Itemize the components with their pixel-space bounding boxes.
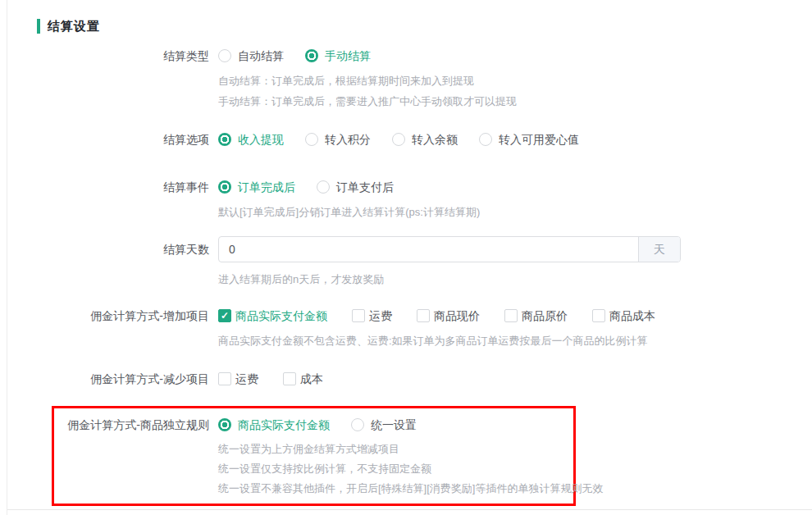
- option-label: 统一设置: [371, 417, 417, 433]
- option-label: 商品实际支付金额: [235, 308, 327, 324]
- radio-settlement-type-0[interactable]: 自动结算: [218, 48, 284, 64]
- radio-settlement-option-2[interactable]: 转入余额: [392, 131, 458, 148]
- radio-icon: [305, 49, 318, 62]
- option-label: 订单完成后: [238, 179, 295, 195]
- radio-icon: [218, 180, 231, 194]
- checkbox-icon: [218, 372, 231, 385]
- radio-icon: [479, 133, 492, 146]
- option-label: 商品成本: [609, 308, 655, 324]
- help-text: 手动结算：订单完成后，需要进入推广中心手动领取才可以提现: [218, 91, 812, 112]
- option-label: 订单支付后: [336, 179, 394, 195]
- radio-icon: [351, 418, 364, 431]
- option-label: 运费: [235, 371, 258, 387]
- commission-subtract-items-label: 佣金计算方式-减少项目: [0, 371, 209, 387]
- option-label: 自动结算: [238, 48, 284, 64]
- form-row-settlement-days: 结算天数天: [0, 236, 812, 262]
- radio-icon: [317, 180, 330, 194]
- radio-settlement-option-1[interactable]: 转入积分: [305, 131, 371, 148]
- row-group-commission-subtract-items: 佣金计算方式-减少项目运费成本: [0, 371, 812, 387]
- bottom-divider: [7, 509, 812, 510]
- help-text: 统一设置仅支持按比例计算，不支持固定金额: [218, 459, 573, 479]
- option-label: 商品实际支付金额: [238, 417, 330, 433]
- radio-settlement-event-1[interactable]: 订单支付后: [317, 179, 394, 195]
- commission-product-rule-help: 统一设置为上方佣金结算方式增减项目统一设置仅支持按比例计算，不支持固定金额统一设…: [218, 440, 573, 499]
- form-row-commission-add-items: 佣金计算方式-增加项目✓商品实际支付金额运费商品现价商品原价商品成本: [0, 308, 812, 324]
- settlement-event-controls: 订单完成后订单支付后: [218, 179, 394, 195]
- settlement-days-unit-suffix: 天: [638, 237, 680, 262]
- option-label: 收入提现: [238, 131, 284, 148]
- row-group-settlement-type: 结算类型自动结算手动结算自动结算：订单完成后，根据结算期时间来加入到提现手动结算…: [0, 48, 812, 112]
- checkbox-commission-add-items-1[interactable]: 运费: [352, 308, 392, 324]
- help-text: 统一设置不兼容其他插件，开启后[特殊结算][消费奖励]等插件的单独计算规则无效: [218, 479, 573, 499]
- checkbox-commission-add-items-4[interactable]: 商品成本: [592, 308, 655, 324]
- settlement-days-input[interactable]: [219, 237, 638, 262]
- help-text: 默认[订单完成后]分销订单进入结算计算(ps:计算结算期): [218, 202, 812, 222]
- commission-add-items-controls: ✓商品实际支付金额运费商品现价商品原价商品成本: [218, 308, 655, 324]
- checkbox-commission-add-items-3[interactable]: 商品原价: [504, 308, 568, 324]
- form-row-settlement-option: 结算选项收入提现转入积分转入余额转入可用爱心值: [0, 131, 812, 148]
- radio-commission-product-rule-0[interactable]: 商品实际支付金额: [218, 417, 330, 433]
- commission-add-items-label: 佣金计算方式-增加项目: [0, 308, 209, 324]
- radio-icon: [218, 49, 231, 62]
- radio-settlement-type-1[interactable]: 手动结算: [305, 48, 371, 64]
- settlement-days-help: 进入结算期后的n天后，才发放奖励: [218, 269, 812, 289]
- form-row-commission-product-rule: 佣金计算方式-商品独立规则商品实际支付金额统一设置: [54, 417, 573, 433]
- checkbox-icon: [283, 372, 296, 385]
- commission-product-rule-controls: 商品实际支付金额统一设置: [218, 417, 417, 433]
- form-row-settlement-type: 结算类型自动结算手动结算: [0, 48, 812, 64]
- settlement-days-controls: 天: [218, 236, 681, 262]
- commission-subtract-items-controls: 运费成本: [218, 371, 323, 387]
- checkbox-icon: [352, 309, 365, 322]
- settlement-days-label: 结算天数: [0, 241, 209, 258]
- help-text: 进入结算期后的n天后，才发放奖励: [218, 269, 812, 289]
- row-group-commission-add-items: 佣金计算方式-增加项目✓商品实际支付金额运费商品现价商品原价商品成本商品实际支付…: [0, 308, 812, 351]
- settlement-event-label: 结算事件: [0, 179, 209, 195]
- checkbox-icon: [417, 309, 430, 322]
- form-row-commission-subtract-items: 佣金计算方式-减少项目运费成本: [0, 371, 812, 387]
- panel-left-border: [7, 0, 7, 515]
- checkbox-icon: [592, 309, 605, 322]
- option-label: 转入可用爱心值: [499, 131, 579, 148]
- option-label: 手动结算: [325, 48, 371, 64]
- radio-settlement-option-3[interactable]: 转入可用爱心值: [479, 131, 579, 148]
- settlement-type-help: 自动结算：订单完成后，根据结算期时间来加入到提现手动结算：订单完成后，需要进入推…: [218, 71, 812, 112]
- checkbox-icon: ✓: [218, 309, 231, 322]
- option-label: 商品原价: [522, 308, 568, 324]
- checkbox-commission-add-items-0[interactable]: ✓商品实际支付金额: [218, 308, 327, 324]
- radio-icon: [218, 418, 231, 431]
- settings-form: 结算类型自动结算手动结算自动结算：订单完成后，根据结算期时间来加入到提现手动结算…: [0, 48, 812, 506]
- row-group-settlement-option: 结算选项收入提现转入积分转入余额转入可用爱心值: [0, 131, 812, 148]
- checkbox-commission-add-items-2[interactable]: 商品现价: [417, 308, 480, 324]
- row-group-settlement-event: 结算事件订单完成后订单支付后默认[订单完成后]分销订单进入结算计算(ps:计算结…: [0, 179, 812, 222]
- settlement-type-controls: 自动结算手动结算: [218, 48, 371, 64]
- radio-icon: [305, 133, 318, 146]
- help-text: 自动结算：订单完成后，根据结算期时间来加入到提现: [218, 71, 812, 91]
- help-text: 统一设置为上方佣金结算方式增减项目: [218, 440, 573, 459]
- option-label: 转入余额: [412, 131, 458, 148]
- settlement-event-help: 默认[订单完成后]分销订单进入结算计算(ps:计算结算期): [218, 202, 812, 222]
- settlement-option-controls: 收入提现转入积分转入余额转入可用爱心值: [218, 131, 579, 148]
- radio-commission-product-rule-1[interactable]: 统一设置: [351, 417, 417, 433]
- checkbox-icon: [504, 309, 518, 322]
- radio-settlement-event-0[interactable]: 订单完成后: [218, 179, 295, 195]
- page-title: 结算设置: [48, 19, 100, 34]
- commission-add-items-help: 商品实际支付金额不包含运费、运费:如果订单为多商品订单运费按最后一个商品的比例计…: [218, 330, 812, 351]
- commission-product-rule-label: 佣金计算方式-商品独立规则: [54, 417, 209, 433]
- settlement-type-label: 结算类型: [0, 48, 209, 64]
- checkbox-commission-subtract-items-1[interactable]: 成本: [283, 371, 323, 387]
- help-text: 商品实际支付金额不包含运费、运费:如果订单为多商品订单运费按最后一个商品的比例计…: [218, 330, 812, 351]
- section-header: 结算设置: [37, 18, 812, 34]
- checkbox-commission-subtract-items-0[interactable]: 运费: [218, 371, 258, 387]
- form-row-settlement-event: 结算事件订单完成后订单支付后: [0, 179, 812, 195]
- option-label: 成本: [300, 371, 323, 387]
- section-accent-bar: [37, 19, 40, 34]
- row-group-settlement-days: 结算天数天进入结算期后的n天后，才发放奖励: [0, 236, 812, 289]
- option-label: 运费: [369, 308, 392, 324]
- radio-icon: [218, 133, 231, 146]
- settlement-days-input-wrap: 天: [218, 236, 681, 262]
- radio-settlement-option-0[interactable]: 收入提现: [218, 131, 284, 148]
- settlement-option-label: 结算选项: [0, 131, 209, 148]
- option-label: 转入积分: [325, 131, 371, 148]
- radio-icon: [392, 133, 405, 146]
- option-label: 商品现价: [434, 308, 480, 324]
